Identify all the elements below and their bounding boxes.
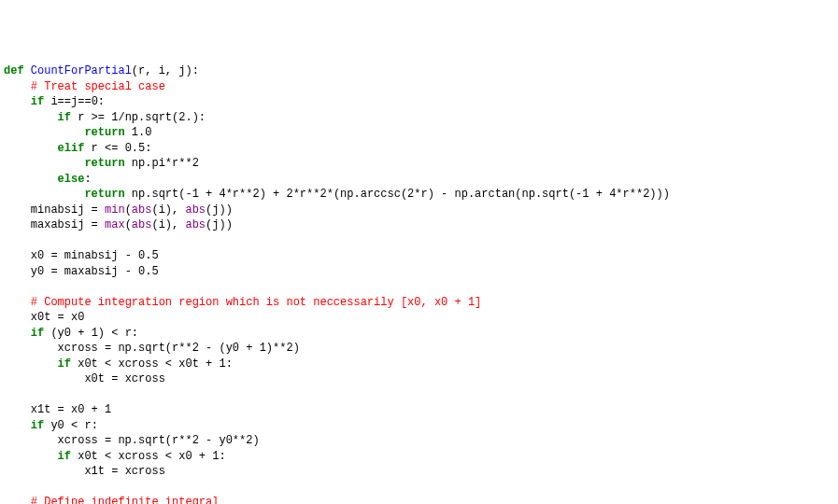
expr: x0t = x0 — [31, 311, 85, 324]
params: (r, i, j): — [132, 64, 199, 77]
expr: x0t < xcross < x0 + 1: — [71, 450, 226, 463]
expr: ( — [125, 203, 132, 217]
expr: y0 = maxabsij - 0.5 — [31, 265, 159, 278]
keyword-if: if — [58, 357, 71, 371]
expr: (j)) — [206, 218, 233, 231]
keyword-return: return — [84, 157, 124, 170]
builtin-abs: abs — [185, 218, 206, 231]
expr: (j)) — [206, 203, 233, 217]
expr: x0 = minabsij - 0.5 — [31, 249, 159, 262]
keyword-if: if — [31, 95, 44, 108]
expr: np.pi*r**2 — [125, 157, 199, 170]
comment: # Compute integration region which is no… — [31, 296, 481, 309]
comment: # Treat special case — [31, 80, 165, 93]
keyword-return: return — [84, 126, 124, 139]
expr: ( — [125, 218, 132, 231]
builtin-abs: abs — [132, 203, 152, 217]
keyword-return: return — [84, 188, 124, 201]
expr: i==j==0: — [44, 95, 105, 108]
expr: y0 < r: — [44, 419, 98, 432]
expr: (i), — [151, 218, 185, 231]
keyword-else: else — [58, 173, 85, 186]
keyword-elif: elif — [58, 142, 85, 155]
code-editor: def CountForPartial(r, i, j): # Treat sp… — [4, 63, 834, 504]
keyword-if: if — [58, 111, 71, 124]
builtin-abs: abs — [132, 218, 152, 231]
expr: 1.0 — [125, 126, 152, 139]
expr: x0t = xcross — [84, 372, 164, 385]
expr: x1t = x0 + 1 — [31, 403, 111, 416]
expr: maxabsij = — [31, 218, 105, 231]
keyword-if: if — [31, 419, 44, 432]
builtin-max: max — [105, 218, 125, 231]
expr: r >= 1/np.sqrt(2.): — [71, 111, 206, 124]
expr: xcross = np.sqrt(r**2 - (y0 + 1)**2) — [58, 342, 300, 355]
expr: xcross = np.sqrt(r**2 - y0**2) — [58, 434, 260, 447]
expr: np.sqrt(-1 + 4*r**2) + 2*r**2*(np.arccsc… — [125, 188, 670, 201]
expr: x0t < xcross < x0t + 1: — [71, 357, 233, 371]
comment: # Define indefinite integral — [31, 496, 220, 504]
line: def CountForPartial(r, i, j): — [4, 64, 199, 77]
builtin-min: min — [105, 203, 125, 217]
expr: (i), — [151, 203, 185, 217]
expr: minabsij = — [31, 203, 105, 217]
builtin-abs: abs — [185, 203, 206, 217]
expr: r <= 0.5: — [84, 142, 151, 155]
keyword-def: def — [4, 64, 24, 77]
function-name: CountForPartial — [31, 64, 132, 77]
colon: : — [84, 173, 91, 186]
keyword-if: if — [31, 327, 44, 340]
keyword-if: if — [58, 450, 71, 463]
expr: x1t = xcross — [84, 465, 164, 478]
expr: (y0 + 1) < r: — [44, 327, 138, 340]
